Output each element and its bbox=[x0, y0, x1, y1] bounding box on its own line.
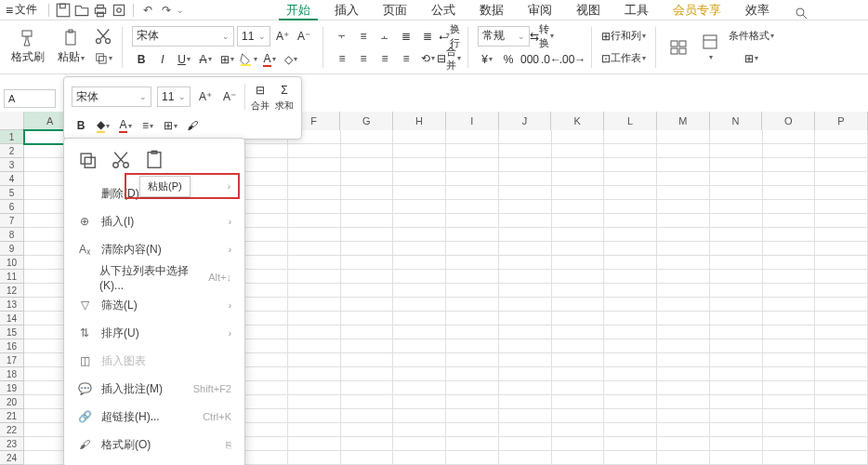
cell[interactable] bbox=[604, 381, 657, 395]
fill-button[interactable]: ⊞▾ bbox=[729, 49, 774, 68]
cell[interactable] bbox=[393, 339, 446, 353]
cell[interactable] bbox=[657, 214, 710, 228]
cell[interactable] bbox=[763, 367, 816, 381]
cell[interactable] bbox=[710, 214, 763, 228]
cell[interactable] bbox=[763, 409, 816, 423]
cell[interactable] bbox=[815, 298, 868, 312]
cell[interactable] bbox=[552, 144, 605, 158]
cell[interactable] bbox=[604, 242, 657, 256]
row-header[interactable]: 12 bbox=[0, 284, 24, 298]
mini-decrease-font[interactable]: A⁻ bbox=[220, 87, 239, 106]
cell[interactable] bbox=[499, 381, 552, 395]
cell[interactable] bbox=[341, 381, 394, 395]
cell[interactable] bbox=[552, 353, 605, 367]
cell[interactable] bbox=[710, 172, 763, 186]
cell[interactable] bbox=[815, 270, 868, 284]
row-header[interactable]: 15 bbox=[0, 326, 24, 339]
cell[interactable] bbox=[763, 298, 816, 312]
cell[interactable] bbox=[710, 298, 763, 312]
cell[interactable] bbox=[446, 158, 499, 172]
cell[interactable] bbox=[393, 228, 446, 242]
cell[interactable] bbox=[552, 242, 605, 256]
tab-member[interactable]: 会员专享 bbox=[665, 0, 729, 20]
cell[interactable] bbox=[815, 423, 868, 437]
cell[interactable] bbox=[393, 158, 446, 172]
cell[interactable] bbox=[710, 144, 763, 158]
worksheet-button[interactable]: ⊡工作表▾ bbox=[601, 49, 646, 68]
cell[interactable] bbox=[393, 437, 446, 451]
cell[interactable] bbox=[604, 228, 657, 242]
cell[interactable] bbox=[710, 326, 763, 339]
cell[interactable] bbox=[657, 312, 710, 326]
cell[interactable] bbox=[815, 409, 868, 423]
col-header[interactable]: O bbox=[762, 112, 815, 130]
cell[interactable] bbox=[446, 144, 499, 158]
mini-size-combo[interactable]: 11⌄ bbox=[157, 86, 191, 107]
cell[interactable] bbox=[657, 339, 710, 353]
cell[interactable] bbox=[552, 367, 605, 381]
cell[interactable] bbox=[657, 326, 710, 339]
cell[interactable] bbox=[763, 130, 816, 144]
ctx-clear[interactable]: Aᵪ清除内容(N)› bbox=[64, 235, 244, 263]
cell[interactable] bbox=[446, 298, 499, 312]
cell[interactable] bbox=[763, 423, 816, 437]
cell[interactable] bbox=[446, 228, 499, 242]
cell[interactable] bbox=[657, 395, 710, 409]
cell[interactable] bbox=[341, 228, 394, 242]
increase-decimal-icon[interactable]: .00→ bbox=[563, 50, 582, 69]
cell[interactable] bbox=[288, 256, 341, 270]
cell[interactable] bbox=[446, 130, 499, 144]
cell[interactable] bbox=[446, 451, 499, 465]
preview-icon[interactable] bbox=[111, 2, 127, 19]
cell[interactable] bbox=[710, 186, 763, 200]
row-header[interactable]: 24 bbox=[0, 451, 24, 465]
cell[interactable] bbox=[393, 409, 446, 423]
cell[interactable] bbox=[288, 172, 341, 186]
file-menu[interactable]: 文件 bbox=[15, 2, 37, 18]
mini-bold[interactable]: B bbox=[72, 116, 90, 135]
row-header[interactable]: 1 bbox=[0, 130, 24, 144]
cell[interactable] bbox=[815, 242, 868, 256]
align-top-icon[interactable]: ⫟ bbox=[333, 27, 351, 46]
cell[interactable] bbox=[604, 451, 657, 465]
indent-left-icon[interactable]: ≣ bbox=[397, 27, 415, 46]
cell[interactable] bbox=[604, 298, 657, 312]
orient-icon[interactable]: ⟲▾ bbox=[418, 49, 437, 68]
cell[interactable] bbox=[446, 353, 499, 367]
cell[interactable] bbox=[604, 326, 657, 339]
cell[interactable] bbox=[657, 228, 710, 242]
number-format-combo[interactable]: 常规⌄ bbox=[478, 26, 530, 46]
cell[interactable] bbox=[446, 381, 499, 395]
mini-font-combo[interactable]: 宋体⌄ bbox=[72, 86, 151, 107]
cell[interactable] bbox=[763, 353, 816, 367]
cell[interactable] bbox=[499, 130, 552, 144]
cell[interactable] bbox=[604, 200, 657, 214]
cell[interactable] bbox=[604, 144, 657, 158]
decrease-decimal-icon[interactable]: .0← bbox=[542, 50, 560, 69]
ctx-insert[interactable]: ⊕插入(I)› bbox=[64, 207, 244, 235]
cell[interactable] bbox=[499, 270, 552, 284]
cell[interactable] bbox=[604, 409, 657, 423]
align-justify-icon[interactable]: ≡ bbox=[397, 49, 415, 68]
col-header[interactable]: I bbox=[446, 112, 499, 130]
cell[interactable] bbox=[341, 158, 394, 172]
cell[interactable] bbox=[657, 298, 710, 312]
cell[interactable] bbox=[446, 284, 499, 298]
cell[interactable] bbox=[815, 395, 868, 409]
cell[interactable] bbox=[657, 144, 710, 158]
decrease-font-icon[interactable]: A⁻ bbox=[295, 27, 313, 46]
cell[interactable] bbox=[341, 312, 394, 326]
cell[interactable] bbox=[552, 130, 605, 144]
row-header[interactable]: 19 bbox=[0, 381, 24, 395]
cell[interactable] bbox=[393, 256, 446, 270]
cell[interactable] bbox=[446, 326, 499, 339]
cell[interactable] bbox=[393, 186, 446, 200]
cell[interactable] bbox=[657, 242, 710, 256]
cell[interactable] bbox=[710, 451, 763, 465]
cell[interactable] bbox=[763, 256, 816, 270]
cell[interactable] bbox=[446, 367, 499, 381]
fill-color-icon[interactable]: ▾ bbox=[239, 50, 257, 69]
tab-data[interactable]: 数据 bbox=[472, 0, 511, 20]
cell[interactable] bbox=[763, 437, 816, 451]
cell[interactable] bbox=[710, 312, 763, 326]
